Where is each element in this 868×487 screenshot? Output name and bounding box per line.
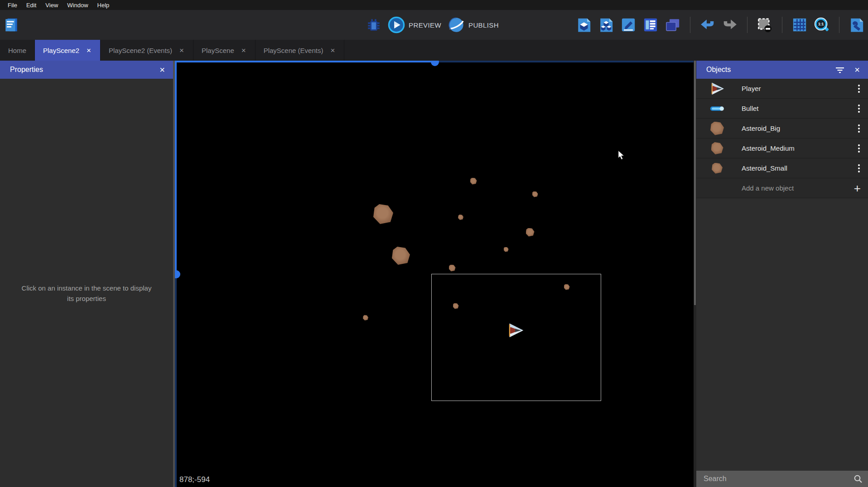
tab-label: PlayScene (202, 47, 234, 54)
asteroid-small-icon (707, 160, 727, 177)
debug-bug-icon[interactable] (366, 17, 381, 33)
redo-icon[interactable] (722, 17, 738, 33)
publish-button[interactable]: PUBLISH (448, 16, 499, 33)
tab-playscene[interactable]: PlayScene× (193, 40, 256, 61)
asteroid-instance-small[interactable] (449, 265, 456, 272)
properties-close-icon[interactable]: × (158, 65, 167, 75)
object-groups-editor-icon[interactable] (598, 17, 614, 33)
bullet-icon (707, 100, 727, 117)
objects-editor-icon[interactable] (576, 17, 592, 33)
toolbar-separator (782, 17, 782, 33)
preview-label: PREVIEW (409, 21, 441, 29)
properties-panel: Properties × Click on an instance in the… (0, 61, 173, 487)
asteroid-instance-small[interactable] (532, 191, 538, 197)
add-object-label: Add a new object (742, 184, 854, 192)
properties-panel-title: Properties (10, 66, 158, 74)
player-ship-instance[interactable] (507, 323, 524, 340)
tab-home[interactable]: Home (0, 40, 35, 61)
object-name: Player (742, 85, 856, 92)
toolbar-separator (839, 17, 839, 33)
add-object-button[interactable]: Add a new object+ (696, 178, 868, 198)
asteroid-medium-icon (707, 140, 727, 157)
properties-empty-message: Click on an instance in the scene to dis… (0, 283, 173, 304)
asteroid-instance-medium[interactable] (526, 228, 535, 237)
undo-icon[interactable] (700, 17, 715, 33)
tab-label: Home (8, 47, 26, 54)
tab-playscene2-events[interactable]: PlayScene2 (Events)× (101, 40, 193, 61)
object-menu-icon[interactable] (856, 123, 862, 134)
publish-label: PUBLISH (468, 21, 499, 29)
menu-item-help[interactable]: Help (93, 1, 114, 10)
tab-close-icon[interactable]: × (178, 47, 185, 54)
mouse-cursor (617, 150, 626, 160)
objects-panel-header: Objects × (696, 61, 868, 79)
plus-icon[interactable]: + (854, 182, 861, 194)
grid-icon[interactable] (792, 17, 807, 33)
object-row-asteroid-small[interactable]: Asteroid_Small (696, 158, 868, 178)
object-row-asteroid-medium[interactable]: Asteroid_Medium (696, 138, 868, 158)
toolbar-separator (747, 17, 747, 33)
objects-panel: Objects × PlayerBulletAsteroid_BigAstero… (696, 61, 868, 487)
tab-label: PlayScene2 (43, 47, 79, 54)
object-name: Asteroid_Big (742, 124, 856, 132)
project-manager-icon[interactable] (4, 17, 19, 33)
asteroid-instance-small[interactable] (470, 178, 477, 185)
scene-canvas[interactable]: 878;-594 (175, 61, 694, 487)
tab-bar: HomePlayScene2×PlayScene2 (Events)×PlayS… (0, 40, 868, 61)
asteroid-instance-small[interactable] (504, 247, 509, 252)
objects-close-icon[interactable]: × (853, 65, 862, 75)
tab-label: PlayScene2 (Events) (109, 47, 172, 54)
toolbar-separator (690, 17, 690, 33)
object-name: Asteroid_Small (742, 164, 856, 172)
menu-item-edit[interactable]: Edit (22, 1, 40, 10)
tab-close-icon[interactable]: × (86, 47, 92, 54)
layers-icon[interactable] (665, 17, 680, 33)
scene-v-scrollbar-thumb[interactable] (175, 270, 180, 278)
asteroid-instance-big[interactable] (392, 247, 410, 265)
app-root: FileEditViewWindowHelp (0, 0, 868, 487)
object-name: Asteroid_Medium (742, 144, 856, 152)
search-icon (854, 474, 863, 483)
asteroid-instance-big[interactable] (373, 204, 393, 224)
objects-search-bar (696, 471, 868, 487)
menu-bar: FileEditViewWindowHelp (0, 0, 868, 10)
ship-icon (707, 81, 727, 97)
menu-item-view[interactable]: View (41, 1, 62, 10)
objects-search-input[interactable] (704, 475, 854, 483)
render-mask-icon[interactable] (757, 17, 772, 33)
asteroid-instance-small[interactable] (363, 315, 368, 320)
project-settings-wrench-icon[interactable] (849, 17, 864, 33)
filter-icon[interactable] (835, 66, 844, 73)
asteroid-big-icon (707, 120, 727, 137)
instances-list-icon[interactable] (643, 17, 658, 33)
object-name: Bullet (742, 105, 856, 112)
object-menu-icon[interactable] (856, 143, 862, 154)
preview-button[interactable]: PREVIEW (388, 16, 441, 33)
main-toolbar: PREVIEW PUBLISH (0, 10, 868, 40)
tab-close-icon[interactable]: × (329, 47, 336, 54)
properties-pencil-icon[interactable] (621, 17, 636, 33)
tab-playscene-events[interactable]: PlayScene (Events)× (256, 40, 345, 61)
objects-list: PlayerBulletAsteroid_BigAsteroid_MediumA… (696, 79, 868, 487)
zoom-1-1-icon[interactable]: 1:1 (814, 17, 829, 33)
asteroid-instance-small[interactable] (458, 215, 463, 220)
properties-panel-header: Properties × (0, 61, 173, 79)
object-row-player[interactable]: Player (696, 79, 868, 99)
menu-item-file[interactable]: File (4, 1, 21, 10)
object-menu-icon[interactable] (856, 103, 862, 115)
objects-panel-title: Objects (706, 66, 835, 74)
scene-right-scrollbar-thumb[interactable] (694, 61, 696, 305)
svg-text:1:1: 1:1 (818, 22, 824, 26)
menu-item-window[interactable]: Window (63, 1, 92, 10)
object-menu-icon[interactable] (856, 162, 862, 174)
object-row-bullet[interactable]: Bullet (696, 99, 868, 119)
object-menu-icon[interactable] (856, 83, 862, 95)
tab-close-icon[interactable]: × (241, 47, 247, 54)
tab-playscene2[interactable]: PlayScene2× (35, 40, 101, 61)
cursor-coordinates: 878;-594 (179, 475, 210, 484)
object-row-asteroid-big[interactable]: Asteroid_Big (696, 119, 868, 138)
scene-h-scrollbar-thumb[interactable] (431, 61, 439, 66)
tab-label: PlayScene (Events) (264, 47, 323, 54)
